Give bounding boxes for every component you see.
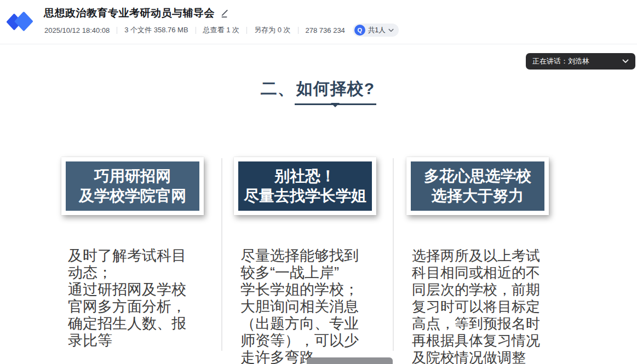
chevron-down-icon bbox=[388, 28, 394, 32]
column-heading-frame: 巧用研招网 及学校学院官网 bbox=[61, 157, 204, 215]
column-divider bbox=[221, 158, 222, 351]
meta-views: 总查看 1 次 bbox=[203, 25, 239, 35]
column-heading: 多花心思选学校 选择大于努力 bbox=[411, 161, 544, 211]
slide-column-2: 别社恐！ 尽量去找学长学姐 尽量选择能够找到 较多“一战上岸” 学长学姐的学校；… bbox=[234, 157, 376, 364]
column-divider bbox=[393, 158, 394, 351]
column-heading-frame: 别社恐！ 尽量去找学长学姐 bbox=[234, 157, 376, 215]
avatar: Q bbox=[354, 25, 365, 36]
header-bar: 思想政治教育专业考研动员与辅导会 2025/10/12 18:40:08 3 个… bbox=[0, 0, 637, 44]
column-heading: 别社恐！ 尽量去找学长学姐 bbox=[238, 161, 372, 211]
slide-title: 二、如何择校? bbox=[0, 78, 637, 105]
slide-column-3: 多花心思选学校 选择大于努力 选择两所及以上考试 科目相同或相近的不 同层次的学… bbox=[406, 157, 549, 364]
horizontal-scrollbar-thumb[interactable] bbox=[307, 357, 393, 364]
meta-files: 3 个文件 358.76 MB bbox=[124, 25, 188, 35]
participants-count-label: 共1人 bbox=[368, 26, 386, 35]
active-speaker-dropdown[interactable]: 正在讲话：刘浩林 bbox=[526, 53, 635, 70]
slide-title-main: 如何择校? bbox=[295, 78, 376, 105]
divider bbox=[117, 27, 117, 34]
meeting-logo-icon bbox=[7, 9, 33, 34]
divider bbox=[298, 27, 299, 34]
meta-datetime: 2025/10/12 18:40:08 bbox=[44, 26, 110, 34]
recording-viewer: 思想政治教育专业考研动员与辅导会 2025/10/12 18:40:08 3 个… bbox=[0, 0, 637, 364]
column-heading: 巧用研招网 及学校学院官网 bbox=[66, 161, 199, 211]
participants-dropdown[interactable]: Q 共1人 bbox=[353, 24, 399, 37]
recording-title: 思想政治教育专业考研动员与辅导会 bbox=[44, 6, 215, 20]
title-row: 思想政治教育专业考研动员与辅导会 bbox=[44, 6, 229, 20]
active-speaker-label: 正在讲话：刘浩林 bbox=[532, 56, 589, 66]
column-body-text: 及时了解考试科目 动态； 通过研招网及学校 官网多方面分析， 确定招生人数、报 … bbox=[68, 247, 204, 349]
column-heading-frame: 多花心思选学校 选择大于努力 bbox=[406, 157, 549, 215]
chevron-down-icon bbox=[622, 59, 629, 63]
divider bbox=[246, 27, 247, 34]
divider bbox=[196, 27, 196, 34]
pencil-icon bbox=[220, 9, 229, 18]
slide-column-1: 巧用研招网 及学校学院官网 及时了解考试科目 动态； 通过研招网及学校 官网多方… bbox=[61, 157, 204, 349]
meta-meeting-id: 278 736 234 bbox=[306, 26, 345, 34]
slide-title-prefix: 二、 bbox=[261, 79, 295, 97]
edit-title-button[interactable] bbox=[220, 9, 229, 18]
column-body-text: 选择两所及以上考试 科目相同或相近的不 同层次的学校，前期 复习时可以将目标定 … bbox=[412, 247, 549, 364]
meta-row: 2025/10/12 18:40:08 3 个文件 358.76 MB 总查看 … bbox=[44, 24, 399, 37]
column-body-text: 尽量选择能够找到 较多“一战上岸” 学长学姐的学校； 大胆询问相关消息 （出题方… bbox=[240, 247, 376, 364]
meta-saves: 另存为 0 次 bbox=[254, 25, 290, 35]
